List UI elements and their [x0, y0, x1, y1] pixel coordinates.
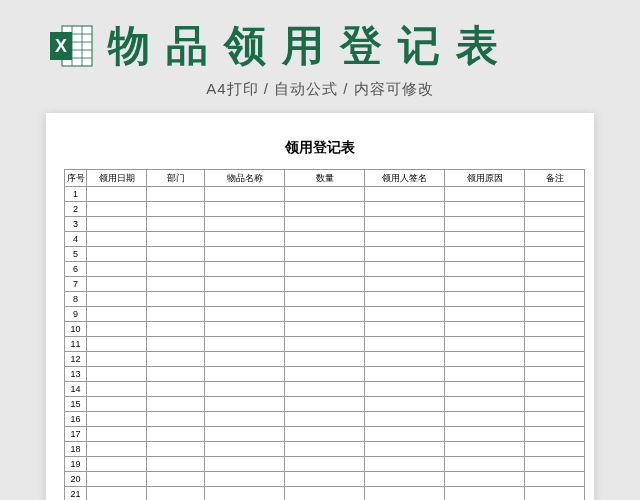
- cell-empty: [445, 277, 525, 292]
- excel-icon: X: [48, 22, 96, 70]
- col-header-sign: 领用人签名: [365, 170, 445, 187]
- cell-empty: [365, 457, 445, 472]
- cell-empty: [147, 412, 205, 427]
- cell-empty: [525, 187, 585, 202]
- cell-empty: [525, 292, 585, 307]
- cell-empty: [525, 427, 585, 442]
- main-title: 物品领用登记表: [108, 18, 514, 74]
- cell-seq: 14: [65, 382, 87, 397]
- cell-empty: [445, 352, 525, 367]
- cell-empty: [365, 217, 445, 232]
- cell-empty: [87, 442, 147, 457]
- cell-empty: [365, 487, 445, 501]
- cell-empty: [87, 277, 147, 292]
- cell-empty: [525, 367, 585, 382]
- cell-empty: [87, 232, 147, 247]
- cell-empty: [445, 367, 525, 382]
- cell-empty: [525, 277, 585, 292]
- cell-empty: [205, 337, 285, 352]
- cell-empty: [365, 382, 445, 397]
- cell-empty: [285, 487, 365, 501]
- cell-empty: [205, 367, 285, 382]
- table-row: 20: [65, 472, 585, 487]
- cell-seq: 4: [65, 232, 87, 247]
- cell-empty: [525, 472, 585, 487]
- cell-empty: [525, 382, 585, 397]
- cell-empty: [87, 352, 147, 367]
- cell-empty: [87, 382, 147, 397]
- cell-empty: [445, 337, 525, 352]
- cell-empty: [445, 442, 525, 457]
- cell-seq: 7: [65, 277, 87, 292]
- cell-empty: [365, 442, 445, 457]
- cell-empty: [87, 187, 147, 202]
- col-header-note: 备注: [525, 170, 585, 187]
- cell-empty: [445, 307, 525, 322]
- table-row: 4: [65, 232, 585, 247]
- cell-empty: [285, 412, 365, 427]
- col-header-date: 领用日期: [87, 170, 147, 187]
- cell-seq: 19: [65, 457, 87, 472]
- cell-empty: [445, 427, 525, 442]
- cell-empty: [445, 322, 525, 337]
- cell-empty: [87, 307, 147, 322]
- cell-empty: [205, 352, 285, 367]
- cell-empty: [445, 292, 525, 307]
- cell-empty: [205, 232, 285, 247]
- cell-empty: [365, 322, 445, 337]
- cell-empty: [87, 337, 147, 352]
- cell-empty: [87, 202, 147, 217]
- cell-empty: [205, 277, 285, 292]
- table-row: 10: [65, 322, 585, 337]
- table-row: 18: [65, 442, 585, 457]
- cell-empty: [445, 397, 525, 412]
- cell-empty: [445, 457, 525, 472]
- table-row: 8: [65, 292, 585, 307]
- cell-empty: [205, 487, 285, 501]
- col-header-seq: 序号: [65, 170, 87, 187]
- cell-empty: [147, 397, 205, 412]
- cell-empty: [205, 322, 285, 337]
- cell-empty: [365, 202, 445, 217]
- cell-empty: [147, 442, 205, 457]
- col-header-reason: 领用原因: [445, 170, 525, 187]
- cell-seq: 2: [65, 202, 87, 217]
- cell-empty: [147, 262, 205, 277]
- cell-seq: 13: [65, 367, 87, 382]
- cell-empty: [285, 277, 365, 292]
- cell-empty: [445, 217, 525, 232]
- cell-empty: [205, 217, 285, 232]
- table-row: 21: [65, 487, 585, 501]
- cell-empty: [365, 367, 445, 382]
- cell-empty: [285, 247, 365, 262]
- cell-empty: [365, 307, 445, 322]
- cell-empty: [365, 397, 445, 412]
- cell-empty: [445, 472, 525, 487]
- cell-empty: [205, 382, 285, 397]
- cell-empty: [205, 247, 285, 262]
- cell-seq: 9: [65, 307, 87, 322]
- cell-empty: [525, 202, 585, 217]
- sheet-container: 领用登记表 序号 领用日期 部门 物品名称 数量 领用人签名 领用原因 备注: [46, 113, 594, 500]
- cell-empty: [365, 262, 445, 277]
- cell-empty: [285, 307, 365, 322]
- cell-empty: [365, 247, 445, 262]
- cell-seq: 11: [65, 337, 87, 352]
- cell-empty: [87, 262, 147, 277]
- cell-seq: 15: [65, 397, 87, 412]
- cell-empty: [525, 262, 585, 277]
- cell-empty: [205, 427, 285, 442]
- cell-empty: [147, 352, 205, 367]
- cell-seq: 20: [65, 472, 87, 487]
- cell-empty: [147, 187, 205, 202]
- cell-empty: [205, 187, 285, 202]
- cell-empty: [87, 292, 147, 307]
- cell-empty: [525, 487, 585, 501]
- cell-empty: [147, 487, 205, 501]
- cell-seq: 10: [65, 322, 87, 337]
- cell-seq: 1: [65, 187, 87, 202]
- cell-empty: [147, 322, 205, 337]
- table-row: 13: [65, 367, 585, 382]
- col-header-item: 物品名称: [205, 170, 285, 187]
- cell-empty: [445, 412, 525, 427]
